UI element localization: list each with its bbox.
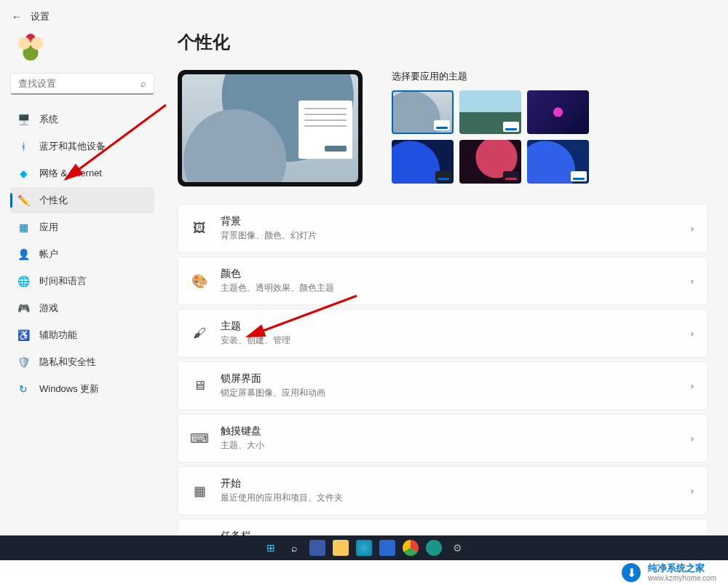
chevron-right-icon: › (691, 275, 694, 286)
setting-row[interactable]: 🖌 主题 安装、创建、管理 › (178, 309, 708, 358)
nav-label: 辅助功能 (39, 329, 77, 342)
nav-item[interactable]: 🖥️系统 (10, 106, 154, 133)
header-title: 设置 (31, 10, 50, 23)
row-icon: 🖌 (191, 326, 207, 342)
themes-label: 选择要应用的主题 (392, 70, 708, 83)
back-icon[interactable]: ← (12, 11, 22, 23)
search-icon[interactable]: ⌕ (141, 78, 146, 89)
row-desc: 安装、创建、管理 (221, 334, 678, 347)
desktop-preview (178, 70, 363, 187)
row-desc: 最近使用的应用和项目、文件夹 (221, 492, 678, 504)
row-icon: ⌨ (191, 431, 207, 447)
row-icon: ▦ (191, 483, 207, 499)
taskbar: ⊞ ⌕ ⚙ (0, 535, 728, 560)
nav-label: Windows 更新 (39, 382, 99, 396)
nav-icon: 🛡️ (17, 356, 29, 368)
store-icon[interactable] (379, 540, 395, 556)
sidebar: ⌕ 🖥️系统ᚼ蓝牙和其他设备◆网络 & Internet✏️个性化▦应用👤帐户🌐… (0, 31, 157, 535)
nav-label: 时间和语言 (39, 275, 87, 288)
row-icon: 🖥 (191, 378, 207, 394)
user-avatar[interactable] (15, 32, 47, 64)
watermark-title: 纯净系统之家 (648, 563, 716, 573)
nav-icon: 👤 (17, 248, 29, 260)
explorer-icon[interactable] (333, 540, 349, 556)
row-title: 背景 (221, 215, 678, 228)
taskbar-search-icon[interactable]: ⌕ (286, 540, 302, 556)
nav-icon: ♿ (17, 329, 29, 341)
nav-label: 帐户 (39, 248, 58, 261)
row-title: 主题 (221, 320, 678, 333)
setting-row[interactable]: ▦ 开始 最近使用的应用和项目、文件夹 › (178, 466, 708, 515)
nav-item[interactable]: ✏️个性化 (10, 187, 154, 213)
theme-option[interactable] (527, 140, 589, 184)
app-icon[interactable] (426, 540, 442, 556)
settings-icon[interactable]: ⚙ (449, 540, 465, 556)
nav-icon: 🖥️ (17, 114, 29, 125)
chevron-right-icon: › (691, 485, 694, 496)
row-title: 开始 (221, 477, 678, 490)
nav-item[interactable]: 🛡️隐私和安全性 (10, 349, 154, 375)
chevron-right-icon: › (691, 380, 694, 391)
nav-item[interactable]: ᚼ蓝牙和其他设备 (10, 133, 154, 160)
watermark: ⬇ 纯净系统之家 www.kzmyhome.com (0, 560, 728, 585)
row-title: 颜色 (221, 267, 678, 280)
watermark-logo: ⬇ (622, 563, 641, 582)
row-icon: 🖼 (191, 221, 207, 237)
chrome-icon[interactable] (403, 540, 419, 556)
row-desc: 主题、大小 (221, 439, 678, 452)
settings-list: 🖼 背景 背景图像、颜色、幻灯片 › 🎨 颜色 主题色、透明效果、颜色主题 › … (178, 204, 708, 535)
nav-label: 个性化 (39, 194, 68, 207)
nav-icon: ✏️ (17, 195, 29, 206)
setting-row[interactable]: 🖥 锁屏界面 锁定屏幕图像、应用和动画 › (178, 361, 708, 410)
row-desc: 背景图像、颜色、幻灯片 (221, 229, 678, 242)
nav-item[interactable]: ▦应用 (10, 214, 154, 240)
setting-row[interactable]: 🖼 背景 背景图像、颜色、幻灯片 › (178, 204, 708, 253)
theme-option[interactable] (459, 140, 521, 184)
setting-row[interactable]: ⌨ 触摸键盘 主题、大小 › (178, 414, 708, 463)
content: 个性化 选择要应用的主题 (157, 31, 728, 535)
chevron-right-icon: › (691, 328, 694, 339)
nav-label: 隐私和安全性 (39, 356, 96, 369)
nav-item[interactable]: ♿辅助功能 (10, 322, 154, 348)
nav-item[interactable]: 👤帐户 (10, 241, 154, 267)
nav-item[interactable]: ↻Windows 更新 (10, 376, 154, 402)
nav-icon: 🎮 (17, 302, 29, 314)
chevron-right-icon: › (691, 223, 694, 234)
nav-item[interactable]: 🎮游戏 (10, 295, 154, 321)
nav-icon: ◆ (17, 168, 29, 179)
page-title: 个性化 (178, 31, 708, 54)
taskview-icon[interactable] (309, 540, 325, 556)
start-icon[interactable]: ⊞ (263, 540, 279, 556)
row-title: 锁屏界面 (221, 372, 678, 385)
edge-icon[interactable] (356, 540, 372, 556)
nav-icon: ↻ (17, 383, 29, 395)
nav-item[interactable]: ◆网络 & Internet (10, 160, 154, 187)
nav-label: 网络 & Internet (39, 167, 102, 180)
theme-grid (392, 90, 708, 184)
nav-label: 游戏 (39, 302, 58, 315)
row-title: 触摸键盘 (221, 425, 678, 438)
search-box[interactable]: ⌕ (10, 73, 154, 95)
watermark-url: www.kzmyhome.com (648, 574, 716, 582)
nav-label: 蓝牙和其他设备 (39, 140, 106, 153)
row-desc: 锁定屏幕图像、应用和动画 (221, 387, 678, 399)
nav-icon: ᚼ (17, 141, 29, 152)
search-input[interactable] (18, 78, 135, 89)
nav-label: 系统 (39, 113, 58, 126)
theme-option[interactable] (392, 90, 454, 134)
nav-icon: ▦ (17, 221, 29, 233)
row-icon: 🎨 (191, 273, 207, 289)
theme-option[interactable] (459, 90, 521, 134)
nav-item[interactable]: 🌐时间和语言 (10, 268, 154, 294)
row-title: 任务栏 (221, 530, 678, 535)
setting-row[interactable]: 🎨 颜色 主题色、透明效果、颜色主题 › (178, 256, 708, 305)
setting-row[interactable]: ▭ 任务栏 任务栏行为，系统固定 › (178, 519, 708, 535)
chevron-right-icon: › (691, 433, 694, 444)
theme-option[interactable] (527, 90, 589, 134)
nav-list: 🖥️系统ᚼ蓝牙和其他设备◆网络 & Internet✏️个性化▦应用👤帐户🌐时间… (10, 106, 154, 402)
row-desc: 主题色、透明效果、颜色主题 (221, 282, 678, 294)
nav-icon: 🌐 (17, 275, 29, 287)
theme-option[interactable] (392, 140, 454, 184)
nav-label: 应用 (39, 221, 58, 234)
